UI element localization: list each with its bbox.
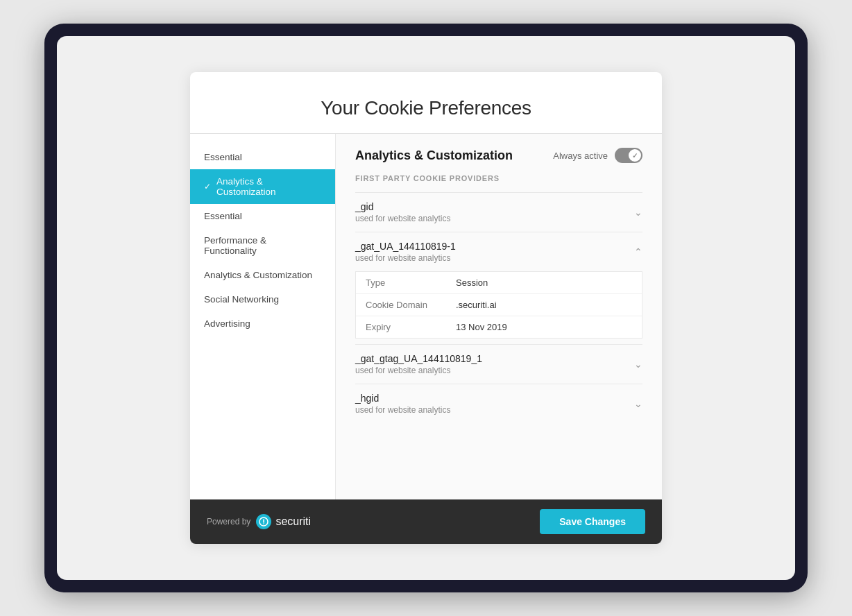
device-frame: Your Cookie Preferences Essential ✓ Anal… (44, 24, 808, 592)
save-changes-button[interactable]: Save Changes (540, 509, 645, 534)
cookie-desc-gid: used for website analytics (355, 214, 634, 223)
modal-body: Essential ✓ Analytics & Customization Es… (190, 134, 662, 499)
cookie-row-gid[interactable]: _gid used for website analytics ⌄ (355, 193, 642, 232)
cookie-info-gat-ua: _gat_UA_144110819-1 used for website ana… (355, 241, 634, 263)
svg-point-1 (264, 523, 265, 524)
cookie-info-hgid: _hgid used for website analytics (355, 393, 634, 415)
cookie-item-hgid: _hgid used for website analytics ⌄ (355, 384, 642, 423)
cookie-name-gid: _gid (355, 201, 634, 212)
sidebar-item-analytics[interactable]: Analytics & Customization (190, 263, 335, 287)
sidebar-item-label: Advertising (204, 318, 250, 329)
chevron-up-icon-gat-ua: ⌃ (634, 246, 642, 257)
cookie-item-gid: _gid used for website analytics ⌄ (355, 192, 642, 232)
sidebar-item-label: Analytics & Customization (204, 270, 312, 280)
modal-header: Your Cookie Preferences (190, 72, 662, 134)
securiti-logo: securiti (256, 514, 311, 529)
content-title: Analytics & Customization (355, 148, 513, 163)
brand-name: securiti (275, 515, 311, 528)
detail-value-domain: .securiti.ai (456, 300, 497, 310)
device-screen: Your Cookie Preferences Essential ✓ Anal… (57, 36, 795, 580)
sidebar-item-advertising[interactable]: Advertising (190, 311, 335, 336)
always-active-label: Always active (553, 151, 608, 161)
sidebar-item-essential-top[interactable]: Essential (190, 145, 335, 169)
sidebar-item-performance[interactable]: Performance & Functionality (190, 228, 335, 263)
toggle-switch[interactable]: ✓ (615, 148, 642, 163)
sidebar-item-label: Essential (204, 152, 242, 162)
sidebar: Essential ✓ Analytics & Customization Es… (190, 134, 336, 499)
cookie-item-gat-gtag: _gat_gtag_UA_144110819_1 used for websit… (355, 344, 642, 384)
sidebar-item-label: Analytics & Customization (216, 176, 321, 197)
section-label: FIRST PARTY COOKIE PROVIDERS (355, 174, 642, 182)
detail-row-domain: Cookie Domain .securiti.ai (356, 294, 642, 316)
sidebar-item-label: Performance & Functionality (204, 235, 321, 256)
cookie-row-gat-ua[interactable]: _gat_UA_144110819-1 used for website ana… (355, 232, 642, 271)
cookie-item-gat-ua: _gat_UA_144110819-1 used for website ana… (355, 232, 642, 339)
cookie-row-hgid[interactable]: _hgid used for website analytics ⌄ (355, 384, 642, 423)
cookie-details-gat-ua: Type Session Cookie Domain .securiti.ai … (355, 271, 642, 339)
toggle-thumb: ✓ (629, 149, 641, 162)
powered-by-label: Powered by (207, 517, 250, 527)
content-top: Analytics & Customization Always active … (355, 148, 642, 163)
sidebar-item-social[interactable]: Social Networking (190, 287, 335, 311)
cookie-name-hgid: _hgid (355, 393, 634, 404)
page-title: Your Cookie Preferences (218, 97, 634, 119)
cookie-name-gat-gtag: _gat_gtag_UA_144110819_1 (355, 353, 634, 364)
cookie-info-gat-gtag: _gat_gtag_UA_144110819_1 used for websit… (355, 353, 634, 375)
sidebar-item-analytics-active[interactable]: ✓ Analytics & Customization (190, 169, 335, 204)
content-area: Analytics & Customization Always active … (336, 134, 662, 499)
cookie-row-gat-gtag[interactable]: _gat_gtag_UA_144110819_1 used for websit… (355, 345, 642, 384)
powered-by: Powered by securiti (207, 514, 311, 529)
securiti-icon (256, 514, 271, 529)
sidebar-item-label: Social Networking (204, 294, 279, 305)
toggle-check-icon: ✓ (632, 152, 638, 160)
modal-footer: Powered by securiti Save Changes (190, 499, 662, 544)
cookie-desc-gat-ua: used for website analytics (355, 253, 634, 263)
sidebar-item-essential[interactable]: Essential (190, 204, 335, 228)
modal: Your Cookie Preferences Essential ✓ Anal… (190, 72, 662, 544)
cookie-name-gat-ua: _gat_UA_144110819-1 (355, 241, 634, 252)
detail-label-expiry: Expiry (366, 322, 456, 332)
detail-row-expiry: Expiry 13 Nov 2019 (356, 316, 642, 338)
cookie-desc-gat-gtag: used for website analytics (355, 366, 634, 375)
detail-label-type: Type (366, 277, 456, 288)
cookie-info-gid: _gid used for website analytics (355, 201, 634, 223)
detail-label-domain: Cookie Domain (366, 300, 456, 310)
cookie-desc-hgid: used for website analytics (355, 405, 634, 415)
always-active-area: Always active ✓ (553, 148, 642, 163)
chevron-down-icon-hgid: ⌄ (634, 398, 642, 409)
detail-value-expiry: 13 Nov 2019 (456, 322, 507, 332)
check-icon: ✓ (204, 182, 211, 191)
detail-value-type: Session (456, 277, 488, 288)
detail-row-type: Type Session (356, 272, 642, 294)
chevron-down-icon-gid: ⌄ (634, 207, 642, 218)
sidebar-item-label: Essential (204, 211, 242, 221)
chevron-down-icon-gat-gtag: ⌄ (634, 359, 642, 370)
